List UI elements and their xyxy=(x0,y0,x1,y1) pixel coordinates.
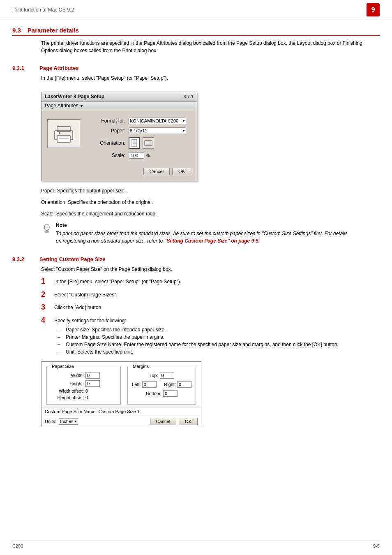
section-93-title: Parameter details xyxy=(28,27,79,34)
step-1-text: In the [File] menu, select "Paper Setup"… xyxy=(54,277,181,285)
numbered-list: 1 In the [File] menu, select "Paper Setu… xyxy=(41,277,380,356)
orientation-landscape[interactable] xyxy=(143,137,154,149)
main-content: 9.3 Parameter details The printer driver… xyxy=(0,19,392,445)
section-932-title: Setting Custom Page Size xyxy=(39,256,105,262)
dialog-toolbar: Page Attributes ▾ xyxy=(42,102,197,110)
right-input[interactable] xyxy=(177,381,191,388)
step-4-num: 4 xyxy=(41,316,49,325)
footer-left: C200 xyxy=(12,543,23,548)
svg-rect-3 xyxy=(59,132,60,134)
paper-size-content: Width: Height: Width offset: 0 Heigh xyxy=(51,372,116,400)
height-input[interactable] xyxy=(85,380,100,387)
right-label: Right: xyxy=(164,382,176,387)
dialog-title: LaserWriter 8 Page Setup xyxy=(45,94,104,99)
note-text-after: . xyxy=(258,238,260,244)
orientation-buttons xyxy=(129,137,154,149)
custom-ok-button[interactable]: OK xyxy=(179,418,198,425)
step-3-num: 3 xyxy=(41,303,49,312)
top-label: Top: xyxy=(150,373,158,378)
section-93-header: 9.3 Parameter details xyxy=(12,27,380,36)
custom-cancel-button[interactable]: Cancel xyxy=(150,418,176,425)
height-offset-row: Height offset: 0 xyxy=(51,395,116,400)
paper-arrow: ▾ xyxy=(183,129,185,133)
section-932-num: 9.3.2 xyxy=(12,256,33,262)
section-93-intro: The printer driver functions are specifi… xyxy=(41,39,380,54)
top-row: Top: xyxy=(132,372,191,379)
custom-dialog-panels: Paper Size Width: Height: Width offset: xyxy=(42,362,201,407)
scale-input[interactable]: 100 xyxy=(129,152,144,159)
bullet-3: Custom Page Size Name: Enter the registe… xyxy=(58,341,339,348)
orientation-portrait[interactable] xyxy=(129,137,140,149)
dialog-main-content: Format for: KONICAMINOLTA C200 ▾ Paper: … xyxy=(47,114,191,165)
left-input[interactable] xyxy=(142,381,157,388)
custom-dialog-top-row: Paper Size Width: Height: Width offset: xyxy=(44,364,198,407)
paper-select[interactable]: 8 1/2x11 ▾ xyxy=(129,127,186,134)
scale-label: Scale: xyxy=(84,153,125,158)
dialog-body: Format for: KONICAMINOLTA C200 ▾ Paper: … xyxy=(42,110,197,181)
lr-row: Left: Right: xyxy=(132,381,191,388)
svg-text:✏: ✏ xyxy=(46,225,49,230)
step-4-content: Specify settings for the following: Pape… xyxy=(54,316,339,356)
bullet-2-text: Printer Margins: Specifies the paper mar… xyxy=(66,333,164,341)
section-932-intro: Select "Custom Paper Size" on the Page S… xyxy=(41,266,380,273)
height-offset-label: Height offset: xyxy=(51,395,84,400)
custom-name-value: Custom Page Size 1 xyxy=(99,409,140,414)
note-link[interactable]: "Setting Custom Page Size" on page 9-5 xyxy=(164,238,258,244)
format-for-value: KONICAMINOLTA C200 xyxy=(130,118,178,123)
custom-name-row: Custom Page Size Name: Custom Page Size … xyxy=(42,407,201,416)
width-offset-row: Width offset: 0 xyxy=(51,388,116,393)
left-label: Left: xyxy=(132,382,141,387)
ok-button[interactable]: OK xyxy=(172,168,191,175)
step-2-num: 2 xyxy=(41,290,49,299)
dialog-box: LaserWriter 8 Page Setup 8.7.1 Page Attr… xyxy=(41,92,197,181)
section-931-title: Page Attributes xyxy=(39,65,79,71)
bottom-input[interactable] xyxy=(163,390,178,397)
bullet-3-text: Custom Page Size Name: Enter the registe… xyxy=(66,341,339,348)
svg-rect-2 xyxy=(57,136,70,142)
step-2: 2 Select "Custom Page Sizes". xyxy=(41,290,380,299)
paper-size-panel-title: Paper Size xyxy=(50,364,76,369)
orientation-desc: Orientation: Specifies the orientation o… xyxy=(41,199,380,206)
note-box: ✏ Note To print on paper sizes other tha… xyxy=(41,222,351,245)
top-input[interactable] xyxy=(160,372,174,379)
custom-page-size-dialog: Paper Size Width: Height: Width offset: xyxy=(41,361,201,427)
section-931-intro: In the [File] menu, select "Page Setup" … xyxy=(41,74,380,82)
paper-row: Paper: 8 1/2x11 ▾ xyxy=(84,127,191,134)
custom-bottom-row: Units: Inches ▾ Cancel OK xyxy=(42,416,201,427)
page-setup-dialog: LaserWriter 8 Page Setup 8.7.1 Page Attr… xyxy=(41,92,197,181)
step-4-text: Specify settings for the following: xyxy=(54,318,126,324)
format-for-select[interactable]: KONICAMINOLTA C200 ▾ xyxy=(129,118,186,124)
height-row: Height: xyxy=(51,380,116,387)
units-label: Units: xyxy=(45,419,56,424)
width-offset-value: 0 xyxy=(85,388,88,393)
section-93-num: 9.3 xyxy=(12,27,21,34)
width-row: Width: xyxy=(51,372,116,379)
paper-label: Paper: xyxy=(84,128,125,134)
toolbar-arrow: ▾ xyxy=(81,104,83,108)
section-931-header: 9.3.1 Page Attributes xyxy=(12,58,380,71)
note-text: To print on paper sizes other than the s… xyxy=(56,230,351,245)
step-2-text: Select "Custom Page Sizes". xyxy=(54,290,118,298)
note-content: Note To print on paper sizes other than … xyxy=(56,222,351,245)
header-title: Print function of Mac OS 9.2 xyxy=(12,7,74,13)
width-offset-label: Width offset: xyxy=(51,388,84,393)
dialog-version: 8.7.1 xyxy=(184,94,194,99)
units-select[interactable]: Inches ▾ xyxy=(59,418,78,425)
paper-size-panel: Paper Size Width: Height: Width offset: xyxy=(46,367,121,405)
step-3-text: Click the [Add] button. xyxy=(54,303,102,311)
paper-value: 8 1/2x11 xyxy=(130,128,147,133)
right-field: Right: xyxy=(164,381,191,388)
orientation-label: Orientation: xyxy=(84,140,125,146)
height-label: Height: xyxy=(51,381,84,386)
scale-row: Scale: 100 % xyxy=(84,152,191,159)
dialog-titlebar: LaserWriter 8 Page Setup 8.7.1 xyxy=(42,92,197,102)
svg-rect-6 xyxy=(132,139,137,147)
width-input[interactable] xyxy=(85,372,100,379)
bottom-row: Bottom: xyxy=(132,390,191,397)
units-arrow: ▾ xyxy=(75,419,77,423)
step-3: 3 Click the [Add] button. xyxy=(41,303,380,312)
step-1: 1 In the [File] menu, select "Paper Setu… xyxy=(41,277,380,286)
bullet-4-text: Unit: Selects the specified unit. xyxy=(66,348,133,356)
step-4: 4 Specify settings for the following: Pa… xyxy=(41,316,380,356)
cancel-button[interactable]: Cancel xyxy=(143,168,170,175)
